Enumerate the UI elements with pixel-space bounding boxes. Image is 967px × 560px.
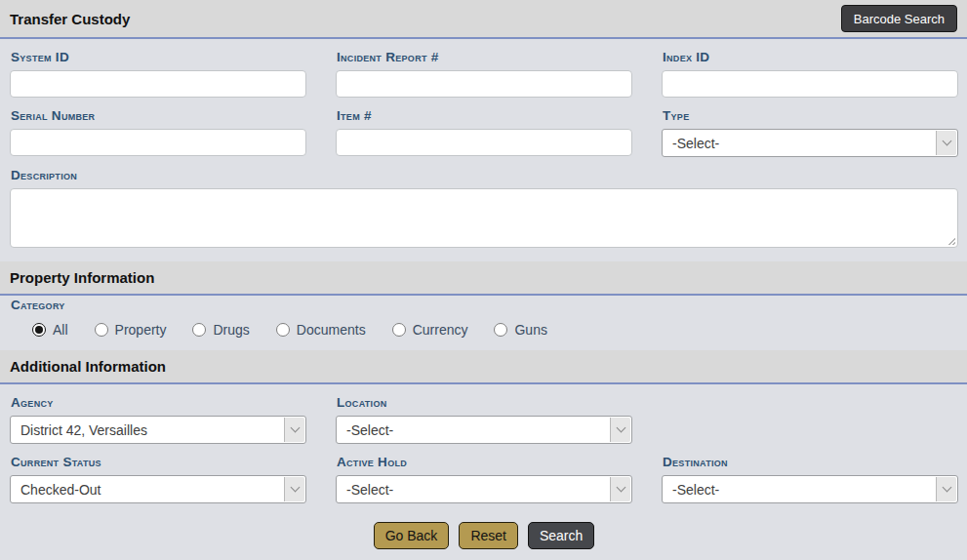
category-panel: Category All Property Drugs Documents Cu… — [0, 296, 967, 350]
active-hold-select[interactable]: -Select- — [336, 475, 632, 503]
serial-number-input[interactable] — [10, 129, 306, 156]
description-textarea[interactable] — [10, 188, 958, 248]
category-label: Category — [11, 298, 65, 312]
reset-button[interactable]: Reset — [459, 522, 518, 549]
chevron-down-icon — [284, 477, 304, 501]
category-radio-currency[interactable]: Currency — [392, 322, 468, 338]
category-radio-group: All Property Drugs Documents Currency Gu… — [32, 322, 958, 338]
index-id-label: Index ID — [663, 50, 958, 64]
destination-label: Destination — [663, 455, 958, 469]
form-actions: Go Back Reset Search — [10, 522, 958, 549]
page-title: Transfer Custody — [10, 11, 130, 27]
category-radio-guns[interactable]: Guns — [494, 322, 546, 338]
chevron-down-icon — [936, 477, 956, 501]
transfer-custody-page: Transfer Custody Barcode Search System I… — [0, 0, 967, 560]
barcode-search-button[interactable]: Barcode Search — [841, 5, 957, 32]
incident-report-input[interactable] — [336, 70, 632, 98]
current-status-label: Current Status — [11, 455, 306, 469]
chevron-down-icon — [284, 418, 304, 442]
radio-icon — [494, 323, 507, 337]
category-radio-documents[interactable]: Documents — [276, 322, 366, 338]
category-radio-property[interactable]: Property — [95, 322, 167, 338]
radio-icon — [392, 323, 406, 337]
item-number-label: Item # — [337, 108, 632, 123]
location-label: Location — [337, 395, 632, 410]
radio-icon — [192, 323, 206, 337]
agency-select-value: District 42, Versailles — [20, 422, 147, 438]
agency-label: Agency — [11, 395, 306, 410]
type-select-value: -Select- — [672, 136, 719, 151]
active-hold-label: Active Hold — [337, 455, 632, 469]
property-information-header: Property Information — [0, 261, 967, 296]
type-select[interactable]: -Select- — [662, 129, 958, 157]
location-select-value: -Select- — [346, 422, 393, 438]
location-select[interactable]: -Select- — [336, 416, 632, 444]
go-back-button[interactable]: Go Back — [374, 522, 450, 549]
system-id-label: System ID — [11, 50, 306, 64]
chevron-down-icon — [610, 477, 630, 501]
chevron-down-icon — [610, 418, 630, 442]
description-label: Description — [11, 168, 958, 182]
additional-information-header: Additional Information — [0, 350, 967, 384]
item-number-input[interactable] — [336, 129, 632, 156]
agency-select[interactable]: District 42, Versailles — [10, 416, 306, 444]
destination-select[interactable]: -Select- — [662, 475, 958, 503]
category-radio-drugs[interactable]: Drugs — [192, 322, 249, 338]
chevron-down-icon — [936, 131, 956, 155]
search-button[interactable]: Search — [528, 522, 594, 549]
category-radio-all[interactable]: All — [32, 322, 68, 338]
current-status-select-value: Checked-Out — [20, 482, 101, 498]
current-status-select[interactable]: Checked-Out — [10, 475, 306, 503]
index-id-input[interactable] — [662, 70, 958, 98]
additional-information-title: Additional Information — [10, 358, 166, 375]
radio-icon — [32, 323, 46, 337]
additional-information-panel: Agency District 42, Versailles Location … — [0, 384, 967, 560]
destination-select-value: -Select- — [672, 482, 719, 498]
search-fields-panel: System ID Incident Report # Index ID Ser… — [0, 39, 967, 261]
incident-report-label: Incident Report # — [337, 50, 632, 64]
radio-icon — [276, 323, 290, 337]
serial-number-label: Serial Number — [11, 108, 306, 123]
property-information-title: Property Information — [10, 269, 154, 286]
active-hold-select-value: -Select- — [346, 482, 393, 498]
page-header: Transfer Custody Barcode Search — [0, 0, 967, 39]
radio-icon — [95, 323, 108, 337]
system-id-input[interactable] — [10, 70, 306, 98]
type-label: Type — [663, 108, 958, 123]
